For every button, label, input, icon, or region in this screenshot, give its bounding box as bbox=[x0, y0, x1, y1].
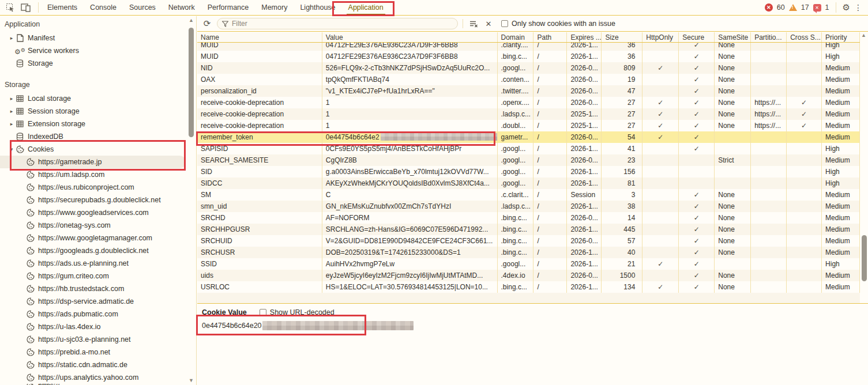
clear-all-cookies-icon[interactable] bbox=[468, 18, 479, 29]
chevron-down-icon[interactable]: ▾ bbox=[8, 146, 15, 152]
cookie-row-SRCHUSR[interactable]: SRCHUSRDOB=20250319&T=1742615233000&DS=1… bbox=[197, 247, 860, 258]
cookie-row-MUID[interactable]: MUID04712FE29E376AE936C23A7D9F3F6BB8.bin… bbox=[197, 51, 860, 62]
sidebar-item-cookie-domain-4[interactable]: https://www.googleadservices.com bbox=[0, 206, 196, 219]
show-url-decoded-checkbox[interactable] bbox=[260, 309, 266, 316]
settings-gear-icon[interactable]: ⚙ bbox=[843, 2, 850, 13]
sidebar-item-session-storage[interactable]: ▸Session storage bbox=[0, 105, 196, 118]
warning-badge-icon[interactable] bbox=[789, 4, 797, 11]
device-toolbar-icon[interactable] bbox=[20, 2, 31, 13]
cookie-row-receive-cookie-deprecation[interactable]: receive-cookie-deprecation1.ladsp.c.../2… bbox=[197, 108, 860, 120]
sidebar-item-cookie-domain-12[interactable]: https://ads.pubmatic.com bbox=[0, 308, 196, 320]
cookie-row-SIDCC[interactable]: SIDCCAKEyXzWhekMjCKrYOUQoldsIBd0XvlmSJ8X… bbox=[197, 178, 860, 189]
cell-path: / bbox=[533, 131, 567, 143]
more-options-icon[interactable]: ⋮ bbox=[854, 3, 862, 12]
tab-lighthouse[interactable]: Lighthouse bbox=[294, 0, 341, 16]
cookie-row-SID[interactable]: SIDg.a0003AinsBErwiccaBeYb_x70lmtuj12kOV… bbox=[197, 166, 860, 178]
cookie-row-receive-cookie-deprecation[interactable]: receive-cookie-deprecation1.doubl.../202… bbox=[197, 120, 860, 131]
column-header-domain[interactable]: Domain bbox=[498, 32, 534, 42]
sidebar-item-storage[interactable]: Storage bbox=[0, 57, 196, 70]
cookie-row-SRCHHPGUSR[interactable]: SRCHHPGUSRSRCHLANG=zh-Hans&IG=6069C07E59… bbox=[197, 224, 860, 235]
sidebar-item-cookie-domain-8[interactable]: https://ads.us.e-planning.net bbox=[0, 257, 196, 270]
sidebar-item-label: https://prebid.a-mo.net bbox=[38, 348, 110, 356]
column-header-partition[interactable]: Partitio... bbox=[751, 32, 787, 42]
cookie-row-SSID[interactable]: SSIDAuihHVx2hvmgP7eLw.googl.../2026-1...… bbox=[197, 258, 860, 270]
cookie-row-SAPISID[interactable]: SAPISID0CFs9E0YS5pS5mj4/AnBESTkCoHfAHjBP… bbox=[197, 143, 860, 154]
column-header-path[interactable]: Path bbox=[533, 32, 567, 42]
cookie-row-OAX[interactable]: OAXtpQkQmfFKTIABq74.conten.../2026-0...1… bbox=[197, 74, 860, 85]
filter-box[interactable] bbox=[217, 18, 458, 29]
sidebar-item-cookie-domain-2[interactable]: https://eus.rubiconproject.com bbox=[0, 181, 196, 194]
cell-expires: 2026-0... bbox=[567, 97, 602, 108]
cookie-row-personalization_id[interactable]: personalization_id"v1_KTEx4iCJ7eP+fUa1hr… bbox=[197, 85, 860, 97]
cookie-row-SEARCH_SAMESITE[interactable]: SEARCH_SAMESITECgQIrZ8B.googl.../2026-0.… bbox=[197, 154, 860, 166]
chevron-right-icon[interactable]: ▸ bbox=[8, 121, 15, 127]
cell-name: receive-cookie-deprecation bbox=[197, 108, 322, 120]
sidebar-item-service-workers[interactable]: ⚙⚙Service workers bbox=[0, 44, 196, 57]
sidebar-item-cookie-domain-17[interactable]: https://ups.analytics.yahoo.com bbox=[0, 371, 196, 384]
tab-network[interactable]: Network bbox=[162, 0, 201, 16]
column-header-secure[interactable]: Secure bbox=[679, 32, 715, 42]
cookie-row-USRLOC[interactable]: USRLOCHS=1&ELOC=LAT=30.576934814453125|L… bbox=[197, 281, 860, 293]
cookie-row-SRCHD[interactable]: SRCHDAF=NOFORM.bing.c.../2026-0...14✓Non… bbox=[197, 212, 860, 224]
sidebar-item-cookie-domain-11[interactable]: https://dsp-service.admatic.de bbox=[0, 295, 196, 308]
issues-badge-icon[interactable]: ✕ bbox=[813, 4, 821, 12]
table-scrollbar-thumb[interactable] bbox=[862, 235, 867, 281]
tab-console[interactable]: Console bbox=[84, 0, 123, 16]
sidebar-item-manifest[interactable]: ▸Manifest bbox=[0, 32, 196, 44]
table-scroll-up-icon[interactable]: ▲ bbox=[861, 32, 867, 39]
only-issues-checkbox[interactable] bbox=[501, 20, 508, 27]
chevron-right-icon[interactable]: ▸ bbox=[8, 96, 15, 101]
cell-name: SRCHUID bbox=[197, 235, 322, 247]
cookie-row-SRCHUID[interactable]: SRCHUIDV=2&GUID=DD81E990D94842CE9FCE24CF… bbox=[197, 235, 860, 247]
tab-performance[interactable]: Performance bbox=[201, 0, 255, 16]
sidebar-item-cookie-domain-0-selected[interactable]: https://gametrade.jp bbox=[0, 156, 186, 168]
sidebar-item-cookie-domain-6[interactable]: https://www.googletagmanager.com bbox=[0, 232, 196, 244]
sidebar-item-cookie-domain-10[interactable]: https://hb.trustedstack.com bbox=[0, 282, 196, 295]
cookie-row-uids[interactable]: uidseyJzeW5jcyI6eyIzM2Fjcm9zcyI6IjIwMjUt… bbox=[197, 270, 860, 281]
cookie-icon bbox=[25, 373, 35, 382]
inspect-element-icon[interactable] bbox=[5, 2, 16, 13]
tab-memory[interactable]: Memory bbox=[255, 0, 294, 16]
sidebar-item-cookie-domain-1[interactable]: https://um.ladsp.com bbox=[0, 168, 196, 181]
chevron-right-icon[interactable]: ▸ bbox=[8, 35, 15, 41]
sidebar-item-cookies[interactable]: ▾Cookies bbox=[0, 143, 196, 156]
sidebar-scrollbar[interactable]: ▲ ▼ bbox=[188, 17, 194, 384]
tab-application[interactable]: Application bbox=[342, 0, 390, 16]
cell-secure: ✓ bbox=[679, 247, 715, 258]
column-header-cross[interactable]: Cross S... bbox=[787, 32, 822, 42]
sidebar-item-cookie-domain-14[interactable]: https://u-sjc03.e-planning.net bbox=[0, 333, 196, 346]
cookie-row-remember_token[interactable]: remember_token0e44754b6c64e2gametr.../20… bbox=[197, 131, 860, 143]
column-header-expires[interactable]: Expires ... bbox=[567, 32, 602, 42]
sidebar-item-cookie-domain-13[interactable]: https://u-las.4dex.io bbox=[0, 320, 196, 333]
column-header-samesite[interactable]: SameSite bbox=[715, 32, 751, 42]
column-header-httponly[interactable]: HttpOnly bbox=[642, 32, 679, 42]
error-badge-icon[interactable]: ✕ bbox=[765, 3, 773, 12]
column-header-priority[interactable]: Priority bbox=[822, 32, 860, 42]
sidebar-item-cookie-domain-16[interactable]: https://static.cdn.admatic.de bbox=[0, 358, 196, 371]
delete-selected-icon[interactable]: ✕ bbox=[483, 18, 494, 29]
column-header-size[interactable]: Size bbox=[602, 32, 642, 42]
sidebar-item-cookie-domain-9[interactable]: https://gum.criteo.com bbox=[0, 270, 196, 282]
cookie-row-receive-cookie-deprecation[interactable]: receive-cookie-deprecation1.openx..../20… bbox=[197, 97, 860, 108]
tab-sources[interactable]: Sources bbox=[123, 0, 162, 16]
sidebar-item-cookie-domain-7[interactable]: https://googleads.g.doubleclick.net bbox=[0, 244, 196, 257]
cookie-row-NID[interactable]: NID526=FLQ9x-2-cTb3hNKZ7dPSjHSwDzAq5UuRc… bbox=[197, 62, 860, 74]
cookie-row-SM[interactable]: SMC.c.clarit.../Session3✓NoneMedium bbox=[197, 189, 860, 201]
chevron-right-icon[interactable]: ▸ bbox=[8, 108, 15, 114]
column-header-name[interactable]: Name bbox=[197, 32, 322, 42]
sidebar-item-indexeddb[interactable]: IndexedDB bbox=[0, 130, 196, 143]
scroll-up-icon[interactable]: ▲ bbox=[188, 17, 194, 24]
scroll-down-icon[interactable]: ▼ bbox=[188, 378, 194, 384]
sidebar-item-cookie-domain-3[interactable]: https://securepubads.g.doubleclick.net bbox=[0, 194, 196, 206]
sidebar-item-cookie-domain-5[interactable]: https://onetag-sys.com bbox=[0, 219, 196, 232]
sidebar-item-local-storage[interactable]: ▸Local storage bbox=[0, 92, 196, 105]
refresh-icon[interactable]: ⟳ bbox=[202, 18, 212, 29]
filter-input[interactable] bbox=[232, 20, 453, 28]
tab-elements[interactable]: Elements bbox=[41, 0, 84, 16]
sidebar-item-cookie-domain-15[interactable]: https://prebid.a-mo.net bbox=[0, 346, 196, 358]
sidebar-item-extension-storage[interactable]: ▸Extension storage bbox=[0, 118, 196, 130]
column-header-value[interactable]: Value bbox=[322, 32, 498, 42]
table-scrollbar[interactable]: ▲ bbox=[860, 32, 868, 303]
cookie-row-smn_uid[interactable]: smn_uidGN_nkEMsKuZnubfvx00ZmCh7sTdYHzI.l… bbox=[197, 201, 860, 212]
scrollbar-thumb[interactable] bbox=[189, 28, 194, 137]
